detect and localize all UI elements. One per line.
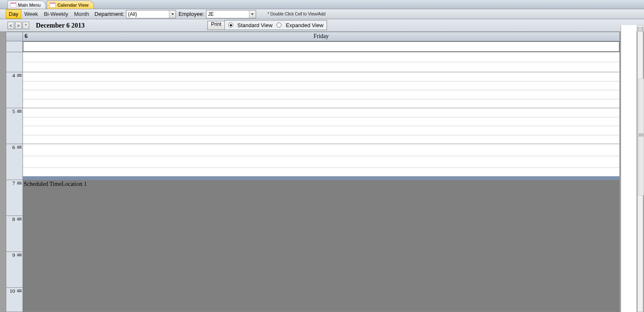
expanded-view-radio[interactable] — [277, 23, 282, 28]
hour-gutter: 7am — [6, 180, 23, 216]
chevron-down-icon — [169, 10, 176, 18]
hour-number: 9 — [13, 252, 15, 259]
form-icon — [50, 3, 55, 8]
employee-dropdown[interactable]: JE — [206, 10, 256, 18]
hour-ampm: am — [17, 180, 22, 184]
hour-slots — [23, 108, 619, 144]
document-tab-bar: Main Menu Calendar View — [0, 0, 644, 9]
hour-block: 6am — [6, 144, 619, 180]
prev-button[interactable]: < — [8, 22, 14, 29]
hour-ampm: am — [17, 72, 22, 76]
hour-number: 7 — [13, 180, 15, 187]
view-week-button[interactable]: Week — [21, 9, 41, 19]
hour-ampm: am — [17, 216, 22, 220]
hour-gutter: 6am — [6, 144, 23, 180]
tab-main-menu[interactable]: Main Menu — [8, 0, 46, 9]
next-button[interactable]: > — [15, 22, 22, 29]
day-header[interactable]: 6 Friday — [23, 32, 619, 41]
all-day-gutter — [6, 41, 23, 52]
hour-gutter — [6, 52, 23, 72]
hour-gutter: 8am — [6, 216, 23, 251]
day-header-row: 6 Friday — [6, 32, 619, 41]
time-slot[interactable] — [23, 62, 619, 72]
tab-label: Main Menu — [18, 3, 40, 8]
department-value: (All) — [128, 11, 169, 17]
hour-ampm: am — [17, 252, 22, 256]
standard-view-radio[interactable] — [228, 23, 233, 28]
time-slot[interactable] — [23, 126, 619, 135]
view-toolbar: Day Week Bi-Weekly Month Department: (Al… — [0, 9, 644, 19]
hour-block: 5am — [6, 108, 619, 144]
hour-block — [6, 52, 619, 72]
secondary-scrollbar[interactable] — [638, 79, 644, 195]
time-slot[interactable] — [23, 156, 619, 168]
hour-slots — [23, 52, 619, 72]
time-slot[interactable] — [23, 81, 619, 91]
tab-label: Calendar View — [57, 3, 88, 8]
hour-grid: 4am5am6am7am8am9am10amScheduled TimeLoca… — [6, 52, 619, 312]
hour-ampm: am — [17, 144, 22, 148]
calendar-event[interactable]: Scheduled TimeLocation 1 — [23, 176, 619, 312]
day-name: Friday — [314, 33, 329, 40]
hour-gutter: 10am — [6, 288, 23, 312]
print-button[interactable]: Print — [207, 21, 225, 30]
time-slot[interactable] — [23, 72, 619, 81]
up-button[interactable]: ^ — [23, 22, 29, 29]
standard-view-label: Standard View — [237, 22, 272, 28]
nav-button-group: < > ^ — [8, 22, 29, 29]
view-day-button[interactable]: Day — [6, 9, 21, 19]
all-day-cell[interactable] — [23, 41, 619, 52]
hour-number: 10 — [10, 288, 15, 294]
view-mode-group: Standard View Expanded View — [224, 20, 327, 30]
time-slot[interactable] — [23, 90, 619, 99]
hour-slots — [23, 144, 619, 180]
form-icon — [10, 3, 16, 8]
time-slot[interactable] — [23, 99, 619, 108]
hour-slots — [23, 72, 619, 108]
scrollbar-thumb[interactable] — [639, 133, 644, 137]
time-slot[interactable] — [23, 144, 619, 156]
hour-ampm: am — [17, 108, 22, 112]
hour-gutter: 9am — [6, 252, 23, 287]
department-dropdown[interactable]: (All) — [126, 10, 176, 18]
department-label: Department: — [95, 11, 125, 17]
view-biweekly-button[interactable]: Bi-Weekly — [41, 9, 71, 19]
employee-label: Employee: — [179, 11, 204, 17]
time-slot[interactable] — [23, 135, 619, 144]
time-gutter-header — [6, 32, 23, 41]
hour-ampm: am — [17, 288, 22, 292]
right-gutter — [621, 25, 636, 312]
view-month-button[interactable]: Month — [71, 9, 92, 19]
scroll-up-icon[interactable] — [638, 27, 643, 31]
hour-number: 8 — [13, 216, 15, 223]
employee-value: JE — [208, 11, 249, 17]
expanded-view-label: Expanded View — [286, 22, 323, 28]
hour-gutter: 5am — [6, 108, 23, 144]
time-slot[interactable] — [23, 117, 619, 127]
svg-rect-3 — [50, 3, 55, 4]
hour-number: 4 — [13, 72, 15, 79]
hour-gutter: 4am — [6, 72, 23, 108]
time-slot[interactable] — [23, 108, 619, 117]
svg-rect-1 — [10, 3, 16, 4]
hour-number: 6 — [13, 144, 15, 151]
all-day-row — [6, 41, 619, 52]
calendar-grid: 6 Friday 4am5am6am7am8am9am10amScheduled… — [6, 32, 620, 312]
day-number: 6 — [25, 33, 28, 40]
current-date: December 6 2013 — [36, 22, 85, 29]
tab-calendar-view[interactable]: Calendar View — [47, 0, 94, 9]
chevron-down-icon — [249, 10, 256, 18]
hour-number: 5 — [13, 108, 15, 115]
hour-block: 4am — [6, 72, 619, 108]
helper-text: * Double Click Cell to View/Add — [268, 12, 326, 16]
time-slot[interactable] — [23, 52, 619, 62]
